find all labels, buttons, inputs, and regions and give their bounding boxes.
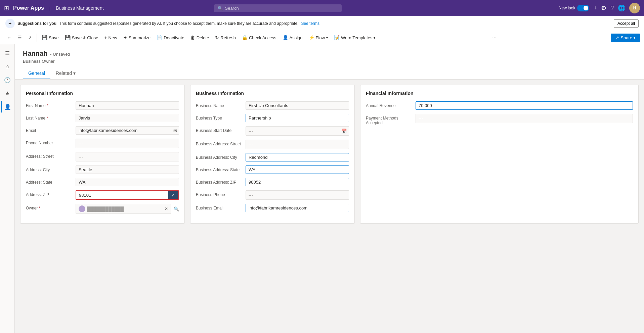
email-label: Email: [26, 126, 73, 133]
address-state-wrap: [76, 178, 179, 186]
biz-email-wrap: [246, 204, 349, 212]
biz-address-zip-input[interactable]: [246, 178, 349, 186]
see-terms-link[interactable]: See terms: [301, 21, 319, 26]
biz-type-wrap: [246, 114, 349, 122]
assign-icon: 👤: [283, 35, 288, 40]
first-name-required: *: [47, 103, 48, 108]
flow-button[interactable]: ⚡ Flow ▾: [306, 33, 331, 42]
address-street-label: Address: Street: [26, 152, 73, 159]
refresh-button[interactable]: ↻ Refresh: [212, 33, 239, 42]
biz-address-zip-wrap: [246, 178, 349, 186]
last-name-input[interactable]: [76, 114, 179, 122]
summarize-icon: ✦: [123, 35, 127, 40]
address-zip-wrap: ✓: [76, 190, 179, 200]
assign-button[interactable]: 👤 Assign: [280, 33, 305, 42]
more-options-button[interactable]: ⋯: [489, 34, 499, 42]
first-name-row: First Name *: [26, 101, 179, 110]
app-name: Power Apps: [13, 5, 44, 11]
settings-icon[interactable]: ⚙: [601, 4, 606, 12]
annual-revenue-input[interactable]: [416, 101, 633, 110]
save-close-button[interactable]: 💾 Save & Close: [62, 33, 101, 42]
page-button[interactable]: ☰: [15, 33, 25, 42]
financial-info-section: Financial Information Annual Revenue Pay…: [360, 85, 639, 224]
share-button[interactable]: ↗ Share ▾: [611, 34, 640, 42]
help-icon[interactable]: ?: [610, 5, 614, 12]
biz-name-label: Business Name: [196, 101, 243, 108]
search-input[interactable]: [225, 6, 338, 11]
owner-search-icon[interactable]: 🔍: [174, 206, 179, 211]
back-icon: ←: [7, 35, 11, 40]
sidebar-item-contacts[interactable]: 👤: [1, 101, 13, 113]
search-box[interactable]: 🔍: [214, 4, 342, 12]
phone-row: Phone Number ---: [26, 139, 179, 148]
biz-phone-label: Business Phone: [196, 190, 243, 197]
biz-address-zip-label: Business Address: ZIP: [196, 178, 243, 185]
address-city-row: Address: City: [26, 165, 179, 174]
form-header: Hannah - Unsaved Business Owner General …: [15, 44, 644, 80]
toolbar: ← ☰ ↗ 💾 Save 💾 Save & Close + New ✦ Summ…: [0, 31, 644, 44]
tab-related[interactable]: Related ▾: [50, 68, 81, 79]
flow-dropdown-arrow: ▾: [326, 36, 328, 40]
biz-address-state-input[interactable]: [246, 165, 349, 174]
summarize-button[interactable]: ✦ Summarize: [121, 33, 154, 42]
record-name: Hannah: [23, 50, 47, 57]
last-name-input-wrap: [76, 114, 179, 122]
calendar-icon[interactable]: 📅: [341, 129, 347, 134]
sidebar-item-favorites[interactable]: ★: [1, 87, 13, 99]
globe-icon[interactable]: 🌐: [618, 4, 625, 12]
toolbar-sep-1: [37, 34, 37, 42]
address-zip-input[interactable]: [76, 191, 168, 199]
payment-methods-value[interactable]: ---: [416, 114, 633, 123]
word-templates-button[interactable]: 📝 Word Templates ▾: [331, 33, 378, 42]
biz-address-city-input[interactable]: [246, 153, 349, 161]
biz-phone-row: Business Phone ---: [196, 190, 349, 200]
check-access-icon: 🔒: [242, 35, 248, 40]
zip-confirm-button[interactable]: ✓: [168, 191, 178, 199]
email-input[interactable]: [76, 126, 179, 135]
add-icon[interactable]: +: [593, 5, 597, 12]
biz-start-date-value[interactable]: --- 📅: [246, 126, 349, 136]
first-name-input-wrap: [76, 101, 179, 110]
biz-address-street-value[interactable]: ---: [246, 140, 349, 149]
delete-button[interactable]: 🗑 Delete: [188, 33, 212, 42]
app-grid-icon[interactable]: ⊞: [4, 4, 9, 12]
sidebar-item-menu[interactable]: ☰: [1, 47, 13, 59]
top-nav-right: New look + ⚙ ? 🌐 H: [559, 3, 640, 13]
check-access-button[interactable]: 🔒 Check Access: [239, 33, 279, 42]
biz-address-city-row: Business Address: City: [196, 153, 349, 161]
address-state-input[interactable]: [76, 178, 179, 186]
ai-icon: ✦: [5, 19, 15, 28]
tab-general[interactable]: General: [23, 68, 50, 79]
owner-avatar: [79, 205, 85, 212]
financial-info-title: Financial Information: [366, 91, 633, 96]
phone-value[interactable]: ---: [76, 139, 179, 148]
biz-name-input[interactable]: [246, 101, 349, 110]
biz-type-input[interactable]: [246, 114, 349, 122]
save-button[interactable]: 💾 Save: [39, 33, 61, 42]
user-avatar[interactable]: H: [629, 3, 640, 13]
owner-field[interactable]: ████████████ ✕: [76, 204, 171, 214]
address-street-value[interactable]: ---: [76, 152, 179, 161]
owner-clear-button[interactable]: ✕: [165, 206, 168, 211]
deactivate-button[interactable]: 📄 Deactivate: [154, 33, 187, 42]
open-new-button[interactable]: ↗: [25, 33, 35, 42]
biz-address-city-label: Business Address: City: [196, 153, 243, 160]
biz-phone-value[interactable]: ---: [246, 190, 349, 200]
address-zip-label: Address: ZIP: [26, 190, 73, 197]
back-button[interactable]: ←: [4, 33, 14, 42]
owner-label: Owner *: [26, 204, 73, 210]
biz-address-city-wrap: [246, 153, 349, 161]
sidebar-item-home[interactable]: ⌂: [1, 60, 13, 73]
new-look-switch[interactable]: [577, 5, 589, 11]
new-button[interactable]: + New: [101, 33, 120, 42]
business-info-title: Business Information: [196, 91, 349, 96]
last-name-label: Last Name *: [26, 114, 73, 121]
sidebar-item-recent[interactable]: 🕐: [1, 74, 13, 86]
biz-email-input[interactable]: [246, 204, 349, 212]
accept-all-button[interactable]: Accept all: [614, 19, 639, 28]
address-city-input[interactable]: [76, 165, 179, 174]
related-dropdown-arrow: ▾: [73, 70, 76, 76]
first-name-input[interactable]: [76, 101, 179, 110]
payment-methods-wrap: ---: [416, 114, 633, 123]
address-city-label: Address: City: [26, 165, 73, 172]
